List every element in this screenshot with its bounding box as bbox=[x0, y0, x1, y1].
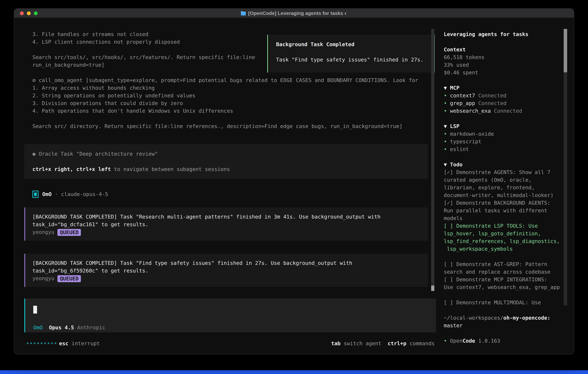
todo-line-done: models bbox=[444, 214, 565, 222]
bullet-icon: • bbox=[444, 146, 450, 152]
statusbar-left: esc interrupt bbox=[59, 340, 100, 347]
agent-square-icon bbox=[32, 191, 39, 198]
todo-line-pending: [ ] Demonstrate AST-GREP: Pattern bbox=[444, 260, 565, 268]
todo-section-header[interactable]: ▼ Todo bbox=[444, 161, 565, 168]
mcp-name: websearch_exa bbox=[450, 108, 491, 114]
agent-name: OmO bbox=[42, 191, 52, 197]
opencode-terminal-window: [OpenCode] Leveraging agents for tasks ◐… bbox=[14, 8, 574, 354]
version-line: • OpenCode 1.0.163 bbox=[444, 337, 565, 345]
sidebar-scrollbar[interactable] bbox=[564, 29, 567, 305]
status-badge: QUEUED bbox=[57, 275, 81, 282]
mcp-status: Connected bbox=[491, 108, 522, 114]
mcp-status: Connected bbox=[475, 100, 506, 106]
lsp-name: eslint bbox=[450, 146, 469, 152]
tab-label: switch agent bbox=[341, 341, 381, 346]
agent-separator: · bbox=[52, 191, 61, 197]
chat-scrollbar[interactable] bbox=[431, 29, 434, 291]
input-provider: Anthropic bbox=[77, 324, 105, 331]
oracle-title-line: ◉ Oracle Task "Deep architecture review" bbox=[32, 150, 428, 158]
context-spent: $0.46 spent bbox=[444, 69, 565, 76]
todo-line-pending: [ ] Demonstrate MCP INTEGRATIONS: bbox=[444, 276, 565, 283]
agent-model: claude-opus-4-5 bbox=[61, 191, 108, 197]
minimize-button[interactable] bbox=[27, 11, 31, 15]
esc-label: interrupt bbox=[68, 341, 100, 346]
toast-body: Task "Find type safety issues" finished … bbox=[276, 56, 434, 63]
lsp-name: markdown-oxide bbox=[450, 131, 494, 137]
oracle-title: Oracle Task "Deep architecture review" bbox=[39, 151, 158, 157]
lsp-section-header[interactable]: ▼ LSP bbox=[444, 122, 565, 130]
tool-call-item: 1. Array access without bounds checking bbox=[32, 84, 432, 92]
task-message-line2: task_id="bg_dcfac161" to get results. bbox=[32, 220, 428, 228]
esc-key: esc bbox=[59, 341, 68, 346]
todo-line-active: lsp_hover, lsp_goto_definition, bbox=[444, 230, 565, 237]
task-message-meta: yeongyu QUEUED bbox=[32, 274, 428, 282]
lsp-item: • markdown-oxide bbox=[444, 130, 565, 138]
todo-line-active: lsp_workspace_symbols bbox=[444, 245, 565, 253]
input-meta-line: OmO Opus 4.5 Anthropic bbox=[33, 324, 436, 331]
todo-line-done: [✓] Demonstrate BACKGROUND AGENTS: bbox=[444, 199, 565, 207]
zoom-button[interactable] bbox=[34, 11, 38, 15]
context-header: Context bbox=[444, 46, 565, 53]
task-message-line2: task_id="bg_6f59260c" to get results. bbox=[32, 267, 428, 274]
mcp-item: • grep_app Connected bbox=[444, 99, 565, 107]
input-agent-name: OmO bbox=[33, 324, 43, 331]
version-number: 1.0.163 bbox=[475, 338, 500, 344]
task-message-line1: [BACKGROUND TASK COMPLETED] Task "Find t… bbox=[32, 259, 428, 267]
tool-call-item: 4. Path operations that don't handle Win… bbox=[32, 107, 432, 115]
tab-key: tab bbox=[331, 341, 341, 346]
todo-line-pending: search and replace across codebase bbox=[444, 268, 565, 276]
todo-line-active: lsp_find_references, lsp_diagnostics, bbox=[444, 237, 565, 245]
window-titlebar[interactable]: [OpenCode] Leveraging agents for tasks ◐ bbox=[14, 9, 574, 18]
background-task-toast: Background Task Completed Task "Find typ… bbox=[267, 35, 435, 73]
mcp-item: • websearch_exa Connected bbox=[444, 107, 565, 115]
oracle-task-panel: ◉ Oracle Task "Deep architecture review"… bbox=[24, 144, 428, 179]
sidebar-scrollbar-thumb[interactable] bbox=[564, 29, 567, 72]
workspace-repo: oh-my-opencode: bbox=[503, 315, 550, 321]
bullet-icon: • bbox=[444, 131, 450, 137]
sidebar-session-title: Leveraging agents for tasks bbox=[444, 30, 565, 38]
task-author: yeongyu bbox=[32, 275, 57, 281]
task-message-meta: yeongyu QUEUED bbox=[32, 228, 428, 236]
fisheye-icon: ◉ bbox=[32, 151, 36, 157]
text-cursor bbox=[33, 306, 37, 313]
window-title: [OpenCode] Leveraging agents for tasks ◐ bbox=[248, 10, 347, 16]
todo-line-done: [✓] Demonstrate AGENTS: Show all 7 bbox=[444, 168, 565, 176]
context-tokens: 66,518 tokens bbox=[444, 53, 565, 61]
blank-line bbox=[32, 158, 428, 165]
prompt-input[interactable]: OmO Opus 4.5 Anthropic bbox=[24, 299, 436, 332]
tool-call-text: call_omo_agent [subagent_type=explore, p… bbox=[39, 77, 418, 83]
tool-call-tail: Search src/ directory. Return specific f… bbox=[32, 122, 432, 130]
mcp-status: Connected bbox=[475, 93, 506, 98]
traffic-lights bbox=[20, 11, 38, 15]
session-sidebar: Leveraging agents for tasks Context 66,5… bbox=[444, 30, 565, 345]
bullet-icon: • bbox=[444, 338, 450, 344]
tool-call-line: ⚙ call_omo_agent [subagent_type=explore,… bbox=[32, 76, 432, 84]
blank-line bbox=[276, 48, 434, 56]
ctrlp-key: ctrl+p bbox=[388, 341, 406, 346]
workspace-path-prefix: ~/local-workspaces/ bbox=[444, 315, 503, 321]
mcp-section-header[interactable]: ▼ MCP bbox=[444, 84, 565, 92]
version-name-prefix: Open bbox=[450, 338, 462, 344]
statusbar-right: tab switch agent ctrl+p commands bbox=[331, 340, 435, 347]
tool-call-item: 2. String operations on potentially unde… bbox=[32, 92, 432, 99]
todo-line-done: document-writer, multimodal-looker) bbox=[444, 191, 565, 199]
lsp-item: • typescript bbox=[444, 138, 565, 145]
gear-icon: ⚙ bbox=[32, 77, 36, 83]
task-author: yeongyu bbox=[32, 229, 57, 235]
task-message-line1: [BACKGROUND TASK COMPLETED] Task "Resear… bbox=[32, 213, 428, 220]
todo-line-pending: [ ] Demonstrate MULTIMODAL: Use bbox=[444, 299, 565, 306]
version-name-bold: Code bbox=[462, 338, 475, 344]
bullet-icon: • bbox=[444, 139, 450, 145]
folder-icon bbox=[241, 11, 246, 15]
input-model: Opus 4.5 bbox=[43, 324, 77, 331]
todo-line-pending: Use context7, websearch_exa, grep_app bbox=[444, 283, 565, 291]
background-task-message: [BACKGROUND TASK COMPLETED] Task "Resear… bbox=[24, 208, 428, 241]
ctrlp-label: commands bbox=[406, 341, 435, 346]
lsp-name: typescript bbox=[450, 139, 481, 145]
agent-session-header[interactable]: OmO · claude-opus-4-5 bbox=[32, 190, 108, 198]
desktop-wallpaper-strip bbox=[0, 370, 588, 374]
status-bar: esc interrupt tab switch agent ctrl+p co… bbox=[24, 340, 435, 347]
chat-scrollbar-thumb[interactable] bbox=[431, 285, 434, 291]
todo-line-done: Run parallel tasks with different bbox=[444, 207, 565, 214]
close-button[interactable] bbox=[20, 11, 24, 15]
